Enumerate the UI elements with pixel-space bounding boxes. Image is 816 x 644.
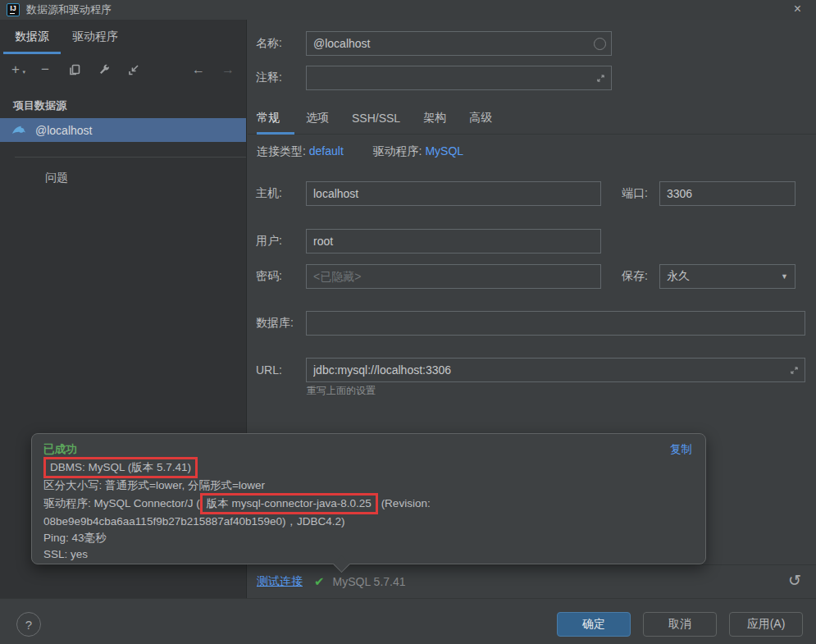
comment-label: 注释: bbox=[256, 71, 306, 85]
intellij-logo-icon: IJ bbox=[7, 3, 20, 16]
title-bar: IJ 数据源和驱动程序 × bbox=[0, 0, 816, 20]
duplicate-icon[interactable] bbox=[67, 62, 82, 77]
tree-item-label: @localhost bbox=[35, 124, 92, 137]
sidebar-tabs: 数据源 驱动程序 bbox=[0, 20, 246, 54]
history-nav: ← → bbox=[192, 62, 235, 77]
tree-item-localhost[interactable]: @localhost bbox=[0, 118, 246, 142]
connection-type-label: 连接类型: bbox=[257, 144, 306, 158]
chevron-down-icon: ▼ bbox=[781, 272, 788, 281]
popup-ping-line: Ping: 43毫秒 bbox=[43, 530, 692, 546]
annotation-box-driver: 版本 mysql-connector-java-8.0.25 bbox=[200, 493, 378, 514]
copy-link[interactable]: 复制 bbox=[670, 441, 692, 458]
tab-schemas[interactable]: 架构 bbox=[412, 102, 458, 134]
driver-line-suffix: (Revision: bbox=[378, 497, 431, 509]
database-label: 数据库: bbox=[256, 316, 306, 331]
host-input[interactable] bbox=[306, 181, 601, 206]
connection-result-popup: 复制 已成功 DBMS: MySQL (版本 5.7.41) 区分大小写: 普通… bbox=[31, 433, 706, 564]
test-connection-link[interactable]: 测试连接 bbox=[257, 574, 303, 589]
name-label: 名称: bbox=[256, 36, 306, 51]
driver-line-prefix: 驱动程序: MySQL Connector/J ( bbox=[43, 497, 200, 509]
url-label: URL: bbox=[256, 363, 306, 377]
connection-type-line: 连接类型: default 驱动程序: MySQL bbox=[257, 144, 463, 159]
test-connection-strip: 测试连接 ✔ MySQL 5.7.41 ↺ bbox=[248, 564, 816, 598]
save-dropdown[interactable]: 永久 ▼ bbox=[659, 264, 795, 289]
popup-ssl-line: SSL: yes bbox=[43, 546, 692, 563]
driver-link[interactable]: MySQL bbox=[425, 144, 463, 158]
tab-drivers[interactable]: 驱动程序 bbox=[61, 20, 130, 54]
popup-case-line: 区分大小写: 普通形式=lower, 分隔形式=lower bbox=[43, 477, 692, 494]
dialog-footer: ? 确定 取消 应用(A) bbox=[0, 598, 816, 644]
import-icon[interactable] bbox=[126, 62, 141, 77]
port-label: 端口: bbox=[622, 186, 659, 201]
cancel-button[interactable]: 取消 bbox=[643, 612, 717, 637]
mysql-dolphin-icon bbox=[11, 124, 27, 136]
database-input[interactable] bbox=[306, 311, 805, 336]
url-hint: 重写上面的设置 bbox=[307, 384, 376, 398]
undo-icon[interactable]: ↺ bbox=[788, 571, 801, 590]
success-check-icon: ✔ bbox=[314, 574, 325, 589]
annotation-box-dbms: DBMS: MySQL (版本 5.7.41) bbox=[43, 457, 198, 478]
back-arrow-icon[interactable]: ← bbox=[192, 62, 205, 77]
popup-dbms-line: DBMS: MySQL (版本 5.7.41) bbox=[43, 458, 692, 477]
user-input[interactable] bbox=[306, 229, 601, 253]
tab-data-sources[interactable]: 数据源 bbox=[3, 20, 61, 54]
tab-advanced[interactable]: 高级 bbox=[458, 102, 504, 134]
name-input[interactable] bbox=[306, 31, 612, 56]
tab-general[interactable]: 常规 bbox=[257, 102, 294, 134]
tab-ssh-ssl[interactable]: SSH/SSL bbox=[340, 102, 412, 134]
password-label: 密码: bbox=[256, 269, 306, 284]
form-tabs: 常规 选项 SSH/SSL 架构 高级 bbox=[248, 102, 816, 135]
help-button[interactable]: ? bbox=[16, 612, 41, 637]
expand-icon[interactable] bbox=[789, 365, 800, 376]
sidebar-toolbar: +▾ − ← → bbox=[0, 54, 246, 85]
host-label: 主机: bbox=[256, 186, 306, 201]
url-input[interactable] bbox=[306, 358, 805, 382]
tree-header: 项目数据源 bbox=[0, 85, 246, 118]
close-icon[interactable]: × bbox=[794, 2, 801, 16]
refresh-circle-icon[interactable] bbox=[594, 38, 606, 50]
apply-button[interactable]: 应用(A) bbox=[729, 612, 803, 637]
password-input[interactable] bbox=[306, 264, 601, 289]
port-input[interactable] bbox=[659, 181, 795, 206]
tree-item-problems[interactable]: 问题 bbox=[0, 158, 246, 185]
tab-options[interactable]: 选项 bbox=[294, 102, 340, 134]
window-title: 数据源和驱动程序 bbox=[26, 2, 112, 17]
comment-input[interactable] bbox=[306, 66, 612, 90]
forward-arrow-icon: → bbox=[221, 62, 235, 77]
popup-driver-line: 驱动程序: MySQL Connector/J (版本 mysql-connec… bbox=[43, 494, 692, 514]
connection-result: MySQL 5.7.41 bbox=[333, 575, 406, 588]
save-dropdown-value: 永久 bbox=[667, 269, 690, 284]
data-sources-dialog: IJ 数据源和驱动程序 × 数据源 驱动程序 +▾ − ← → bbox=[0, 0, 816, 644]
user-label: 用户: bbox=[256, 234, 306, 249]
expand-icon[interactable] bbox=[595, 73, 606, 84]
remove-icon[interactable]: − bbox=[38, 62, 52, 77]
wrench-icon[interactable] bbox=[97, 62, 112, 77]
popup-driver-line2: 08be9e9b4cba6aa115f9b27b215887af40b159e0… bbox=[43, 514, 692, 530]
popup-status: 已成功 bbox=[43, 441, 692, 458]
connection-type-link[interactable]: default bbox=[309, 144, 344, 158]
driver-label: 驱动程序: bbox=[373, 144, 422, 158]
ok-button[interactable]: 确定 bbox=[557, 612, 631, 637]
add-icon[interactable]: +▾ bbox=[8, 62, 23, 77]
save-label: 保存: bbox=[622, 269, 659, 284]
